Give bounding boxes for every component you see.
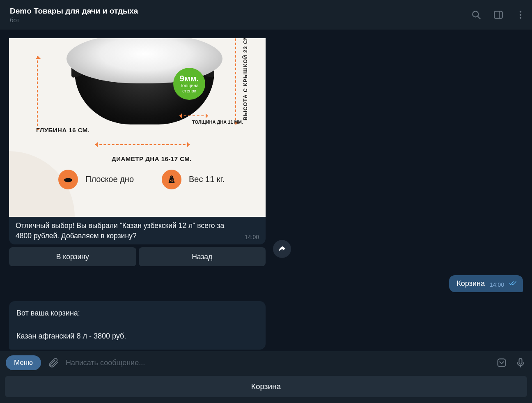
svg-point-7 [64,178,72,181]
product-diameter-label: ДИАМЕТР ДНА 16-17 СМ. [112,155,192,162]
add-to-cart-button[interactable]: В корзину [9,247,136,266]
read-checks-icon [509,281,517,288]
product-wall-thickness-label: ТОЛЩИНА ДНА 11 ММ. [192,120,243,124]
svg-line-1 [478,16,480,18]
weight-icon: KG [162,170,181,189]
forward-button[interactable] [273,240,291,258]
message-time: 14:00 [245,234,259,241]
bot-message-product: ГЛУБИНА 16 СМ. 9мм. Толщина стенок [9,38,266,245]
svg-rect-11 [519,359,522,364]
product-weight-label: Вес 11 кг. [189,175,225,184]
chat-title: Demo Товары для дачи и отдыха [10,7,138,16]
more-menu-icon[interactable] [515,9,526,21]
svg-text:KG: KG [170,179,174,182]
search-icon[interactable] [470,9,482,21]
chat-subtitle: бот [10,16,138,23]
bot-menu-button[interactable]: Меню [6,355,41,370]
product-height-label: ВЫСОТА С КРЫШКОЙ 23 СМ [242,38,248,120]
chat-header-info[interactable]: Demo Товары для дачи и отдыха бот [10,7,138,23]
svg-point-6 [520,17,521,18]
user-message-text: Корзина [456,279,485,288]
message-input[interactable] [66,359,489,367]
product-image[interactable]: ГЛУБИНА 16 СМ. 9мм. Толщина стенок [9,38,266,217]
bot-message-caption: Отличный выбор! Вы выбрали "Казан узбекс… [16,221,239,242]
bot-message-cart: Вот ваша корзина: Казан афганский 8 л - … [9,301,266,350]
svg-point-0 [472,11,478,17]
svg-point-4 [520,11,521,12]
bot-commands-icon[interactable] [495,356,508,369]
back-button[interactable]: Назад [139,247,266,266]
flat-bottom-icon [58,170,78,189]
chat-header: Demo Товары для дачи и отдыха бот [0,0,532,30]
svg-point-8 [171,176,172,177]
product-thickness-badge: 9мм. Толщина стенок [173,68,205,100]
chat-area[interactable]: ГЛУБИНА 16 СМ. 9мм. Толщина стенок [0,30,532,351]
svg-rect-10 [498,359,506,367]
message-time: 14:00 [490,281,504,288]
product-flat-bottom-label: Плоское дно [85,175,134,184]
svg-rect-2 [494,11,502,18]
reply-cart-button[interactable]: Корзина [5,376,527,397]
composer: Меню [0,351,532,373]
header-actions [470,9,526,21]
attach-icon[interactable] [47,356,60,369]
user-message: Корзина 14:00 [449,275,523,292]
voice-message-icon[interactable] [514,356,527,369]
sidebar-toggle-icon[interactable] [493,9,504,21]
inline-keyboard: В корзину Назад [9,247,266,266]
reply-keyboard: Корзина [0,373,532,403]
svg-point-5 [520,14,521,16]
